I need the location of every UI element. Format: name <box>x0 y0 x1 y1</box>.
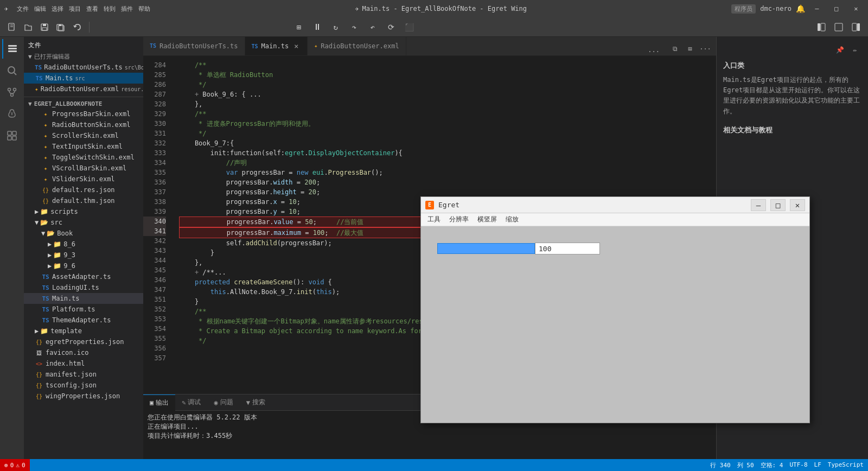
save-button[interactable] <box>37 20 52 35</box>
svg-rect-25 <box>8 136 11 140</box>
open-file-radio-exml[interactable]: ✦ RadioButtonUser.exml resour... <box>24 84 143 94</box>
egret-minimize-button[interactable]: — <box>751 199 766 211</box>
file-toggleswitchskin[interactable]: ✦ ToggleSwitchSkin.exml <box>24 152 143 163</box>
egret-menu-resolution[interactable]: 分辨率 <box>445 214 473 225</box>
folder-9-6[interactable]: ▶ 📁 9_6 <box>24 260 143 271</box>
egret-maximize-button[interactable]: □ <box>770 199 786 211</box>
file-textinputskin[interactable]: ✦ TextInputSkin.exml <box>24 141 143 152</box>
right-panel-edit-icon[interactable]: ✏ <box>848 43 861 56</box>
folder-8-6[interactable]: ▶ 📁 8_6 <box>24 239 143 250</box>
layout-center-button[interactable] <box>831 20 846 35</box>
debug-activity-icon[interactable] <box>2 104 22 124</box>
restart-button[interactable]: ⟳ <box>384 20 399 35</box>
folder-template[interactable]: ▶ 📁 template <box>24 326 143 336</box>
file-manifest[interactable]: {} manifest.json <box>24 369 143 380</box>
extensions-activity-icon[interactable] <box>2 126 22 145</box>
open-file-main[interactable]: TS Main.ts src <box>24 73 143 84</box>
egret-menu-tools[interactable]: 工具 <box>423 214 445 225</box>
json-icon-tsconfig: {} <box>35 381 43 390</box>
tab-label-main: Main.ts <box>261 42 289 50</box>
title-icon: ✈ <box>355 5 359 12</box>
file-tsconfig[interactable]: {} tsconfig.json <box>24 380 143 391</box>
maximize-button[interactable]: □ <box>829 1 844 16</box>
file-themeadapter[interactable]: TS ThemeAdapter.ts <box>24 315 143 326</box>
git-activity-icon[interactable] <box>2 82 22 102</box>
tab-close-main[interactable]: × <box>292 42 301 50</box>
open-file-button[interactable] <box>21 20 36 35</box>
src-chevron: ▼ <box>35 219 39 226</box>
errors-status[interactable]: ⊗ 0 ⚠ 0 <box>0 459 30 471</box>
progress-value-display[interactable]: 100 <box>535 243 600 254</box>
folder-9-3[interactable]: ▶ 📁 9_3 <box>24 250 143 260</box>
output-tab-label: 输出 <box>156 398 169 408</box>
pause-button[interactable]: ⏸ <box>310 20 325 35</box>
folder-book[interactable]: ▼ 📂 Book <box>24 228 143 239</box>
search-activity-icon[interactable] <box>2 61 22 80</box>
egret-close-button[interactable]: ✕ <box>790 199 805 211</box>
editor-actions: ⧉ ⊞ ··· <box>664 42 716 55</box>
close-button[interactable]: ✕ <box>848 1 864 16</box>
new-file-button[interactable] <box>4 20 20 35</box>
file-assetadapter[interactable]: TS AssetAdapter.ts <box>24 271 143 282</box>
file-egretprops[interactable]: {} egretProperties.json <box>24 336 143 347</box>
step-out-button[interactable]: ↶ <box>365 20 380 35</box>
problems-tab[interactable]: ◉ 问题 <box>207 394 239 411</box>
code-line-328: }, <box>179 99 716 109</box>
file-scrollerskin[interactable]: ✦ ScrollerSkin.exml <box>24 130 143 141</box>
debug-tab[interactable]: ✎ 调试 <box>175 394 207 411</box>
project-toggle[interactable]: ▼ EGRET_ALLBOOKOFNOTE <box>24 99 143 109</box>
open-editors-label: 已打开编辑器 <box>34 53 70 61</box>
app-icon: ✈ <box>4 5 8 12</box>
minimize-button[interactable]: — <box>809 1 825 16</box>
file-main-ts[interactable]: TS Main.ts <box>24 293 143 304</box>
file-index-html[interactable]: <> index.html <box>24 358 143 369</box>
step-over-button[interactable]: ↻ <box>328 20 343 35</box>
right-panel-pin-icon[interactable]: 📌 <box>833 43 846 56</box>
step-into-button[interactable]: ↷ <box>347 20 362 35</box>
scripts-chevron: ▶ <box>35 208 39 215</box>
save-all-button[interactable] <box>53 20 68 35</box>
output-tab[interactable]: ▣ 输出 <box>143 394 175 411</box>
progress-value-text: 100 <box>539 245 551 253</box>
file-radiobuttonskin[interactable]: ✦ RadioButtonSkin.exml <box>24 119 143 130</box>
file-vsliderskin[interactable]: ✦ VSliderSkin.exml <box>24 174 143 184</box>
tab-radio-exml[interactable]: ✦ RadioButtonUser.exml <box>308 37 406 55</box>
tab-main-ts[interactable]: TS Main.ts × <box>245 37 308 55</box>
file-default-res[interactable]: {} default.res.json <box>24 184 143 195</box>
open-editors-toggle[interactable]: ▼ 已打开编辑器 <box>24 52 143 62</box>
user-role: 程序员 <box>731 4 756 14</box>
open-file-radio[interactable]: TS RadioButtonUserTs.ts src\Boo... <box>24 62 143 73</box>
layout-left-button[interactable] <box>814 20 829 35</box>
egret-menu-zoom[interactable]: 缩放 <box>501 214 523 225</box>
folder-src[interactable]: ▼ 📂 src <box>24 217 143 228</box>
search-tab[interactable]: ▼ 搜索 <box>240 394 272 411</box>
project-tree: ✦ ProgressBarSkin.exml ✦ RadioButtonSkin… <box>24 109 143 459</box>
layout-right-button[interactable] <box>848 20 864 35</box>
line-status: 行 340 <box>710 461 731 469</box>
stop-button[interactable]: ⬛ <box>402 20 417 35</box>
file-vscrollbarskin[interactable]: ✦ VScrollBarSkin.exml <box>24 163 143 174</box>
svg-point-20 <box>14 88 16 91</box>
file-progressbarskin[interactable]: ✦ ProgressBarSkin.exml <box>24 109 143 119</box>
file-wingprops[interactable]: {} wingProperties.json <box>24 391 143 402</box>
file-explorer-sidebar: 文件 ▼ 已打开编辑器 TS RadioButtonUserTs.ts src\… <box>24 37 143 459</box>
file-loadingui[interactable]: TS LoadingUI.ts <box>24 282 143 293</box>
tab-radio-ts[interactable]: TS RadioButtonUserTs.ts <box>143 37 245 55</box>
split-vertical-button[interactable]: ⊞ <box>684 42 697 55</box>
editor-more-icon: ··· <box>648 48 660 55</box>
folder-scripts[interactable]: ▶ 📁 scripts <box>24 206 143 217</box>
explorer-activity-icon[interactable] <box>2 39 22 59</box>
exml-icon-5: ✦ <box>41 153 50 162</box>
more-editor-actions[interactable]: ··· <box>699 42 712 55</box>
file-favicon[interactable]: 🖼 favicon.ico <box>24 347 143 358</box>
split-editor-button[interactable]: ⧉ <box>668 42 681 55</box>
grid-debug-button[interactable]: ⊞ <box>291 20 307 35</box>
editor-more-button[interactable]: ··· <box>643 48 664 55</box>
egret-menu-orientation[interactable]: 横竖屏 <box>473 214 501 225</box>
undo-button[interactable] <box>69 20 85 35</box>
86-chevron: ▶ <box>48 240 52 248</box>
file-default-thm[interactable]: {} default.thm.json <box>24 195 143 206</box>
file-platform[interactable]: TS Platform.ts <box>24 304 143 315</box>
json-icon-2: {} <box>41 196 50 205</box>
debug-toolbar-group: ⊞ ⏸ ↻ ↷ ↶ ⟳ ⬛ <box>291 20 417 35</box>
